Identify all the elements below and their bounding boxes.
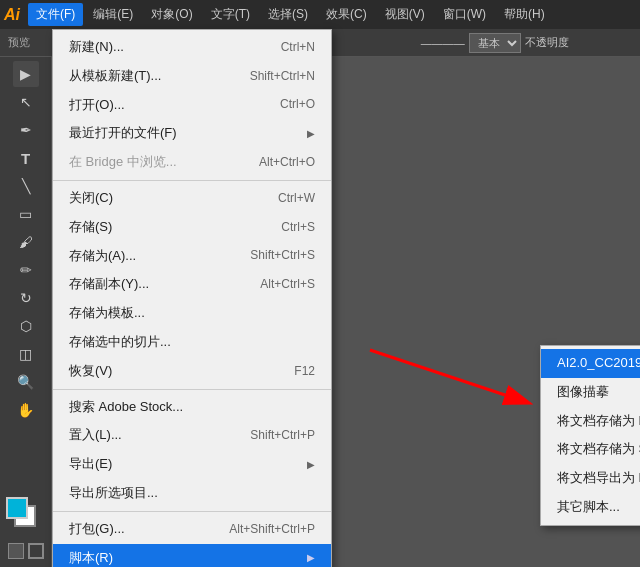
fill-stroke-icons	[8, 543, 44, 559]
toolbar-preview-label: 预览	[8, 35, 30, 50]
tool-blend[interactable]: ⬡	[13, 313, 39, 339]
menu-item-package[interactable]: 打包(G)... Alt+Shift+Ctrl+P	[53, 515, 331, 544]
menu-effect[interactable]: 效果(C)	[318, 3, 375, 26]
scripts-submenu: AI2.0_CC2019_64 图像描摹 将文档存储为 PDF 将文档存储为 S…	[540, 345, 640, 526]
menu-item-bridge[interactable]: 在 Bridge 中浏览... Alt+Ctrl+O	[53, 148, 331, 177]
menu-item-save-template[interactable]: 存储为模板...	[53, 299, 331, 328]
menu-item-scripts[interactable]: 脚本(R) ▶	[53, 544, 331, 567]
tool-zoom[interactable]: 🔍	[13, 369, 39, 395]
tool-pencil[interactable]: ✏	[13, 257, 39, 283]
color-swatches	[6, 497, 46, 537]
submenu-item-export-flash[interactable]: 将文档导出为 Flash	[541, 464, 640, 493]
app-logo: Ai	[4, 6, 20, 24]
menu-object[interactable]: 对象(O)	[143, 3, 200, 26]
menu-view[interactable]: 视图(V)	[377, 3, 433, 26]
menu-window[interactable]: 窗口(W)	[435, 3, 494, 26]
toolbar-preset-select[interactable]: 基本	[469, 33, 521, 53]
menu-item-save-as[interactable]: 存储为(A)... Shift+Ctrl+S	[53, 242, 331, 271]
menu-item-save[interactable]: 存储(S) Ctrl+S	[53, 213, 331, 242]
menu-item-recent[interactable]: 最近打开的文件(F) ▶	[53, 119, 331, 148]
tool-type[interactable]: T	[13, 145, 39, 171]
tool-gradient[interactable]: ◫	[13, 341, 39, 367]
file-dropdown-menu: 新建(N)... Ctrl+N 从模板新建(T)... Shift+Ctrl+N…	[52, 29, 332, 567]
submenu-item-other-scripts[interactable]: 其它脚本... Ctrl+F12	[541, 493, 640, 522]
tool-pen[interactable]: ✒	[13, 117, 39, 143]
separator-2	[53, 389, 331, 390]
tool-line[interactable]: ╲	[13, 173, 39, 199]
menu-item-adobe-stock[interactable]: 搜索 Adobe Stock...	[53, 393, 331, 422]
fill-icon[interactable]	[8, 543, 24, 559]
menu-item-export-selected[interactable]: 导出所选项目...	[53, 479, 331, 508]
left-panel: ▶ ↖ ✒ T ╲ ▭ 🖌 ✏ ↻ ⬡ ◫ 🔍 ✋	[0, 57, 52, 567]
tool-paintbrush[interactable]: 🖌	[13, 229, 39, 255]
toolbar-opacity-label: 不透明度	[525, 35, 569, 50]
separator-1	[53, 180, 331, 181]
menu-item-export[interactable]: 导出(E) ▶	[53, 450, 331, 479]
submenu-item-ai2-script[interactable]: AI2.0_CC2019_64	[541, 349, 640, 378]
tool-direct-select[interactable]: ↖	[13, 89, 39, 115]
foreground-swatch[interactable]	[6, 497, 28, 519]
submenu-item-save-pdf[interactable]: 将文档存储为 PDF	[541, 407, 640, 436]
menu-item-save-copy[interactable]: 存储副本(Y)... Alt+Ctrl+S	[53, 270, 331, 299]
menu-item-new[interactable]: 新建(N)... Ctrl+N	[53, 33, 331, 62]
menu-item-close[interactable]: 关闭(C) Ctrl+W	[53, 184, 331, 213]
menu-items: 文件(F) 编辑(E) 对象(O) 文字(T) 选择(S) 效果(C) 视图(V…	[28, 3, 553, 26]
stroke-icon[interactable]	[28, 543, 44, 559]
toolbar-preset-label: ————	[421, 37, 465, 49]
menu-item-new-from-template[interactable]: 从模板新建(T)... Shift+Ctrl+N	[53, 62, 331, 91]
tool-rotate[interactable]: ↻	[13, 285, 39, 311]
tool-select[interactable]: ▶	[13, 61, 39, 87]
menu-item-place[interactable]: 置入(L)... Shift+Ctrl+P	[53, 421, 331, 450]
submenu-item-image-trace[interactable]: 图像描摹	[541, 378, 640, 407]
menu-select[interactable]: 选择(S)	[260, 3, 316, 26]
menu-item-revert[interactable]: 恢复(V) F12	[53, 357, 331, 386]
tool-rectangle[interactable]: ▭	[13, 201, 39, 227]
tool-hand[interactable]: ✋	[13, 397, 39, 423]
menu-bar: Ai 文件(F) 编辑(E) 对象(O) 文字(T) 选择(S) 效果(C) 视…	[0, 0, 640, 29]
separator-3	[53, 511, 331, 512]
menu-help[interactable]: 帮助(H)	[496, 3, 553, 26]
menu-file[interactable]: 文件(F)	[28, 3, 83, 26]
menu-item-open[interactable]: 打开(O)... Ctrl+O	[53, 91, 331, 120]
submenu-item-save-svg[interactable]: 将文档存储为 SVG	[541, 435, 640, 464]
menu-text[interactable]: 文字(T)	[203, 3, 258, 26]
menu-edit[interactable]: 编辑(E)	[85, 3, 141, 26]
menu-item-save-slices[interactable]: 存储选中的切片...	[53, 328, 331, 357]
